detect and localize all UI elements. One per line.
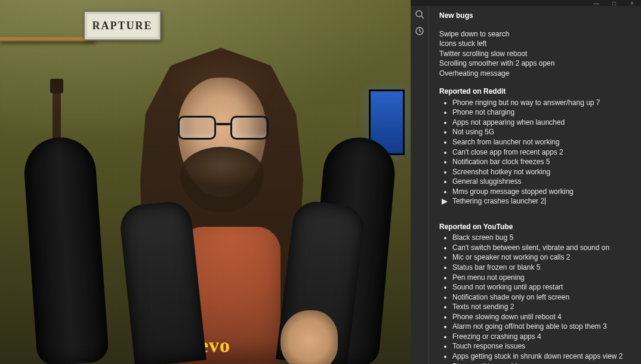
- section-heading-reddit: Reported on Reddit: [439, 87, 633, 97]
- note-line: Twitter scrolling slow reboot: [439, 49, 633, 59]
- text-caret: [545, 198, 546, 205]
- list-item: Can't switch between silent, vibrate and…: [452, 243, 633, 253]
- blank-line: [439, 78, 633, 85]
- notes-body: New bugs Swipe down to searchIcons stuck…: [411, 6, 641, 364]
- window-titlebar[interactable]: — □ ×: [411, 0, 641, 6]
- section-heading-new-bugs: New bugs: [439, 11, 633, 21]
- list-item: Screenshot hotkey not working: [452, 167, 633, 177]
- note-line: Overheating message: [439, 69, 633, 79]
- list-item: Apps not appearing when launched: [452, 118, 633, 128]
- list-item: Apps getting stuck in shrunk down recent…: [452, 351, 633, 362]
- plain-lines-group: Swipe down to searchIcons stuck leftTwit…: [439, 29, 633, 79]
- list-item: Touch response issues: [452, 341, 633, 351]
- list-item: Mic or speaker not working on calls 2: [452, 252, 633, 263]
- note-line: Swipe down to search: [439, 29, 633, 39]
- cursor-location-icon: [442, 198, 448, 203]
- list-item: Tethering crashes launcher 2: [452, 196, 633, 206]
- history-icon[interactable]: [415, 26, 424, 36]
- scene-tv: [369, 90, 405, 155]
- list-item: Search from launcher not working: [452, 137, 633, 147]
- scene-guitar: [24, 90, 90, 251]
- section-heading-youtube: Reported on YouTube: [439, 222, 633, 232]
- list-item: Status bar frozen or blank 5: [452, 263, 633, 273]
- blank-line: [439, 206, 633, 214]
- list-item: Notification shade only on left screen: [452, 292, 633, 303]
- note-line: Scrolling smoother with 2 apps open: [439, 58, 633, 69]
- list-item: Phone not charging: [452, 107, 633, 118]
- list-item: Notification bar clock freezes 5: [452, 157, 633, 167]
- list-item: Phone slowing down until reboot 4: [452, 312, 633, 322]
- list-item: Pen menu not opening: [452, 273, 633, 283]
- note-line: Icons stuck left: [439, 39, 633, 49]
- bullet-list-reddit: Phone ringing but no way to answer/hang …: [452, 98, 633, 206]
- notes-side-rail: [411, 6, 429, 364]
- wall-sign: RAPTURE: [84, 11, 161, 41]
- list-item: Texts not sending 2: [452, 302, 633, 312]
- blank-line: [439, 22, 633, 29]
- svg-line-1: [421, 16, 424, 18]
- list-item: Can't close app from recent apps 2: [452, 147, 633, 158]
- webcam-feed: RAPTURE evo: [0, 0, 411, 364]
- scene-shelf: [0, 37, 95, 42]
- list-item: Black screen bug 5: [452, 233, 633, 243]
- list-item: Alarm not going off/not being able to st…: [452, 322, 633, 332]
- bullet-list-youtube: Black screen bug 5Can't switch between s…: [452, 233, 633, 364]
- minimize-button[interactable]: —: [591, 0, 602, 7]
- maximize-button[interactable]: □: [609, 0, 620, 7]
- list-item: Phone ringing but no way to answer/hang …: [452, 98, 633, 108]
- svg-marker-3: [442, 199, 448, 205]
- list-item: Freezing or crashing apps 4: [452, 332, 633, 342]
- notes-app-window: — □ × New bugs Swipe down: [411, 0, 641, 364]
- close-button[interactable]: ×: [627, 0, 637, 7]
- search-icon[interactable]: [415, 10, 424, 19]
- app-root: RAPTURE evo — □ ×: [0, 0, 641, 364]
- list-item-text: Tethering crashes launcher 2: [452, 197, 544, 205]
- blank-line: [439, 214, 633, 221]
- list-item: Phone call issues 11: [452, 362, 633, 365]
- svg-point-0: [416, 11, 422, 17]
- list-item: Mms group message stopped working: [452, 187, 633, 197]
- notes-editor[interactable]: New bugs Swipe down to searchIcons stuck…: [429, 6, 641, 364]
- list-item: General sluggishness: [452, 177, 633, 187]
- list-item: Sound not working until app restart: [452, 282, 633, 292]
- list-item: Not using 5G: [452, 127, 633, 137]
